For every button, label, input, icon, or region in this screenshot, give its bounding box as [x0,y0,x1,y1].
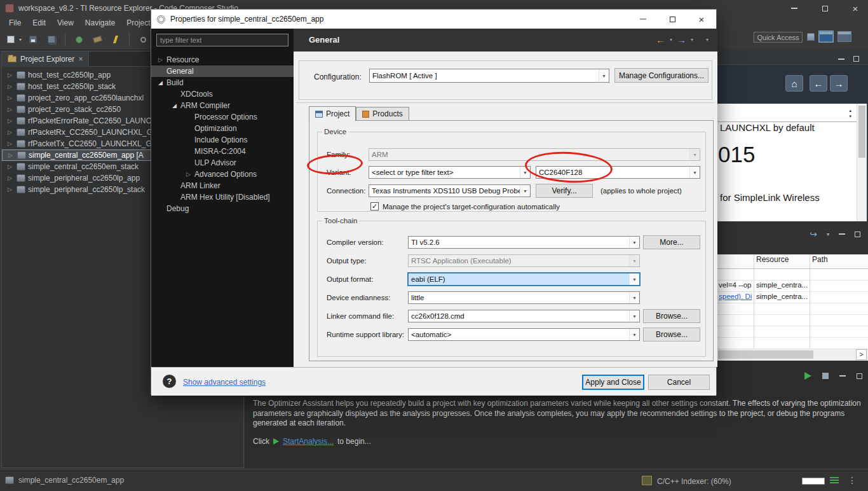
dialog-tree-item[interactable]: Debug [151,203,294,214]
scrollbar-thumb[interactable] [718,350,813,359]
cancel-button[interactable]: Cancel [648,375,710,390]
nav-forward-button[interactable]: → [830,75,848,92]
view-maximize-icon[interactable] [857,373,862,379]
linker-command-file-button[interactable]: Browse... [643,309,700,323]
open-perspective-icon[interactable] [807,33,815,41]
view-maximize-icon[interactable] [855,232,860,237]
output-format-combo[interactable]: eabi (ELF)▾ [408,273,640,286]
manage-configurations-button[interactable]: Manage Configurations... [614,68,709,83]
chevron-right-icon[interactable]: ▷ [6,72,14,78]
window-minimize-button[interactable] [783,0,806,17]
chevron-down-icon[interactable]: ▾ [629,329,639,340]
ccs-edit-perspective-icon[interactable] [819,31,833,42]
menu-file[interactable]: File [4,18,26,28]
chevron-right-icon[interactable]: ▷ [6,118,14,124]
chevron-down-icon[interactable]: ▾ [827,232,829,237]
back-icon[interactable]: ← [656,34,665,45]
close-icon[interactable]: × [78,55,83,64]
view-minimize-icon[interactable] [838,59,844,60]
search-button[interactable] [136,32,150,46]
chevron-down-icon[interactable]: ▾ [599,69,609,82]
dialog-close-button[interactable]: × [687,10,716,29]
package-dropdown[interactable]: ▴ ▾ [717,106,857,122]
chevron-down-icon[interactable]: ▾ [629,255,639,266]
verify-button[interactable]: Verify... [536,184,593,198]
variant-filter-combo[interactable]: <select or type filter text> ▾ [369,166,531,179]
scrollbar-thumb[interactable] [858,106,865,158]
back-history-dropdown-icon[interactable]: ▾ [670,37,672,43]
dialog-tree-item[interactable]: ARM Linker [151,180,294,191]
stop-icon[interactable] [822,373,829,379]
dialog-minimize-button[interactable] [628,10,658,29]
column-header[interactable]: Resource [754,254,810,268]
flash-button[interactable] [109,32,123,46]
filter-input[interactable]: type filter text [156,34,288,46]
compiler-version-combo[interactable]: TI v5.2.6▾ [408,236,640,249]
save-button[interactable] [26,32,40,46]
nav-back-button[interactable]: ← [810,75,827,92]
linker-command-file-combo[interactable]: cc26x0f128.cmd▾ [408,310,640,322]
console-link-cell[interactable]: speed). Di [717,292,754,303]
debug-button[interactable] [72,32,86,46]
column-header[interactable] [717,254,754,268]
device-endianness-combo[interactable]: little▾ [408,291,640,304]
dialog-tree-item[interactable]: MISRA-C:2004 [151,146,294,157]
dialog-tree-item[interactable]: General [151,66,294,77]
dialog-tree-item[interactable]: ◢ARM Compiler [151,100,294,111]
chevron-right-icon[interactable]: ▷ [6,106,14,113]
chevron-right-icon[interactable]: ▷ [6,129,14,135]
chevron-down-icon[interactable]: ▾ [520,185,530,197]
compiler-version-button[interactable]: More... [643,235,700,249]
chevron-down-icon[interactable]: ▾ [19,37,22,43]
horizontal-scrollbar[interactable]: > [717,349,868,361]
chevron-down-icon[interactable]: ▾ [629,310,639,322]
start-analysis-link[interactable]: StartAnalysis... [283,437,334,446]
configuration-combo[interactable]: FlashROM [ Active ] ▾ [369,69,609,83]
save-all-button[interactable] [44,32,58,46]
forward-icon[interactable]: → [677,34,686,45]
window-maximize-button[interactable] [813,0,836,17]
help-icon[interactable]: ? [163,375,176,388]
chevron-down-icon[interactable]: ▾ [689,167,700,178]
chevron-down-icon[interactable]: ▾ [629,237,639,248]
chevron-down-icon[interactable]: ▾ [629,273,639,285]
spinner-icon[interactable]: ▴ ▾ [849,107,851,119]
view-minimize-icon[interactable] [839,233,845,235]
tree-collapsed-icon[interactable]: ▷ [184,171,193,177]
vertical-scrollbar[interactable] [857,104,867,221]
new-button[interactable] [4,32,18,46]
build-button[interactable] [90,32,104,46]
dialog-tree-item[interactable]: XDCtools [151,88,294,100]
home-button[interactable]: ⌂ [785,75,803,92]
quick-access-button[interactable]: Quick Access [754,32,803,43]
spinner-up-icon[interactable]: ▴ [849,107,851,113]
dialog-tree-item[interactable]: Processor Options [151,111,294,123]
spinner-down-icon[interactable]: ▾ [849,113,851,119]
chevron-right-icon[interactable]: ▷ [6,95,14,101]
forward-history-dropdown-icon[interactable]: ▾ [691,37,693,43]
chevron-down-icon[interactable]: ▾ [689,149,700,160]
chevron-right-icon[interactable]: ▷ [6,141,14,147]
dialog-tree-item[interactable]: ARM Hex Utility [Disabled] [151,191,294,203]
tree-collapsed-icon[interactable]: ▷ [156,57,165,63]
background-jobs-icon[interactable] [830,477,839,485]
dialog-tree-item[interactable]: Optimization [151,123,294,134]
menu-view[interactable]: View [52,18,79,28]
connection-combo[interactable]: Texas Instruments XDS110 USB Debug Probe… [369,184,531,197]
overflow-menu-icon[interactable]: ⋮ [848,475,857,485]
tab-project-explorer[interactable]: Project Explorer × [2,52,89,67]
menu-navigate[interactable]: Navigate [80,18,120,28]
view-minimize-icon[interactable] [839,375,846,377]
dialog-tree-item[interactable]: ▷Advanced Options [151,169,294,180]
tab-products[interactable]: Products [356,107,409,121]
ccs-debug-perspective-icon[interactable] [837,31,851,42]
chevron-right-icon[interactable]: ▷ [6,163,14,170]
manage-target-checkbox[interactable]: ✓ [370,202,379,211]
chevron-right-icon[interactable]: ▷ [6,186,14,193]
apply-and-close-button[interactable]: Apply and Close [582,375,644,390]
tree-expanded-icon[interactable]: ◢ [170,102,179,109]
output-type-combo[interactable]: RTSC Application (Executable)▾ [408,254,640,267]
view-maximize-icon[interactable] [853,56,859,62]
dialog-maximize-button[interactable] [658,10,687,29]
show-advanced-settings-link[interactable]: Show advanced settings [183,378,266,387]
